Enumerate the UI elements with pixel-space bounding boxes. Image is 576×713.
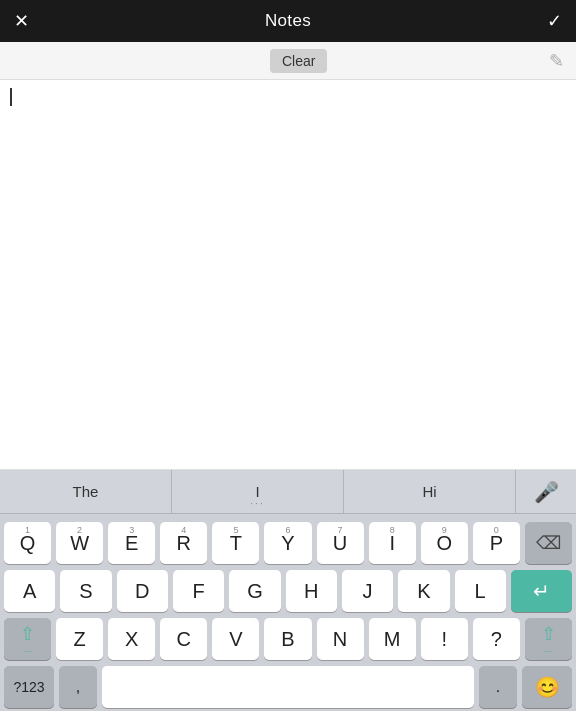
key-o[interactable]: 9 O — [421, 522, 468, 564]
key-v[interactable]: V — [212, 618, 259, 660]
key-question[interactable]: ? — [473, 618, 520, 660]
space-button[interactable] — [102, 666, 474, 708]
key-z[interactable]: Z — [56, 618, 103, 660]
note-area[interactable] — [0, 80, 576, 470]
key-c[interactable]: C — [160, 618, 207, 660]
toolbar: Clear ✎ — [0, 42, 576, 80]
keyboard-row-bottom: ?123 , . 😊 — [4, 666, 572, 708]
key-q[interactable]: 1 Q — [4, 522, 51, 564]
confirm-button[interactable]: ✓ — [547, 10, 562, 32]
enter-icon: ↵ — [533, 579, 550, 603]
autocomplete-dots: ··· — [250, 498, 264, 509]
key-l[interactable]: L — [455, 570, 506, 612]
app-header: ✕ Notes ✓ — [0, 0, 576, 42]
emoji-button[interactable]: 😊 — [522, 666, 572, 708]
microphone-button[interactable]: 🎤 — [516, 470, 576, 513]
comma-label: , — [76, 678, 80, 696]
key-g[interactable]: G — [229, 570, 280, 612]
keyboard: 1 Q 2 W 3 E 4 R 5 T 6 Y 7 U 8 I — [0, 514, 576, 711]
key-h[interactable]: H — [286, 570, 337, 612]
key-e[interactable]: 3 E — [108, 522, 155, 564]
shift-left-button[interactable]: ⇧ — — [4, 618, 51, 660]
key-p[interactable]: 0 P — [473, 522, 520, 564]
close-button[interactable]: ✕ — [14, 10, 29, 32]
header-title: Notes — [265, 11, 311, 31]
num-sym-button[interactable]: ?123 — [4, 666, 54, 708]
key-n[interactable]: N — [317, 618, 364, 660]
key-m[interactable]: M — [369, 618, 416, 660]
key-y[interactable]: 6 Y — [264, 522, 311, 564]
autocomplete-text: Hi — [422, 483, 436, 500]
backspace-button[interactable]: ⌫ — [525, 522, 572, 564]
shift-right-button[interactable]: ⇧ — — [525, 618, 572, 660]
shift-up-icon: ⇧ — [20, 623, 35, 645]
emoji-icon: 😊 — [535, 675, 560, 699]
key-d[interactable]: D — [117, 570, 168, 612]
key-exclamation[interactable]: ! — [421, 618, 468, 660]
enter-button[interactable]: ↵ — [511, 570, 572, 612]
period-button[interactable]: . — [479, 666, 517, 708]
key-u[interactable]: 7 U — [317, 522, 364, 564]
period-label: . — [496, 678, 500, 696]
mic-icon: 🎤 — [534, 480, 559, 504]
key-f[interactable]: F — [173, 570, 224, 612]
key-k[interactable]: K — [398, 570, 449, 612]
keyboard-row-3: ⇧ — Z X C V B N M ! ? ⇧ — [4, 618, 572, 660]
autocomplete-item-hi[interactable]: Hi — [344, 470, 516, 513]
pencil-icon: ✎ — [549, 50, 564, 72]
autocomplete-item-the[interactable]: The — [0, 470, 172, 513]
text-cursor — [10, 88, 12, 106]
key-x[interactable]: X — [108, 618, 155, 660]
autocomplete-bar: The I ··· Hi 🎤 — [0, 470, 576, 514]
clear-button[interactable]: Clear — [270, 49, 327, 73]
backspace-icon: ⌫ — [536, 532, 561, 554]
autocomplete-item-i[interactable]: I ··· — [172, 470, 344, 513]
key-s[interactable]: S — [60, 570, 111, 612]
key-j[interactable]: J — [342, 570, 393, 612]
keyboard-row-1: 1 Q 2 W 3 E 4 R 5 T 6 Y 7 U 8 I — [4, 522, 572, 564]
keyboard-row-2: A S D F G H J K L ↵ — [4, 570, 572, 612]
key-i[interactable]: 8 I — [369, 522, 416, 564]
key-w[interactable]: 2 W — [56, 522, 103, 564]
num-sym-label: ?123 — [13, 679, 44, 695]
shift-up-icon-right: ⇧ — [541, 623, 556, 645]
key-a[interactable]: A — [4, 570, 55, 612]
key-b[interactable]: B — [264, 618, 311, 660]
key-t[interactable]: 5 T — [212, 522, 259, 564]
key-r[interactable]: 4 R — [160, 522, 207, 564]
autocomplete-text: The — [73, 483, 99, 500]
comma-button[interactable]: , — [59, 666, 97, 708]
